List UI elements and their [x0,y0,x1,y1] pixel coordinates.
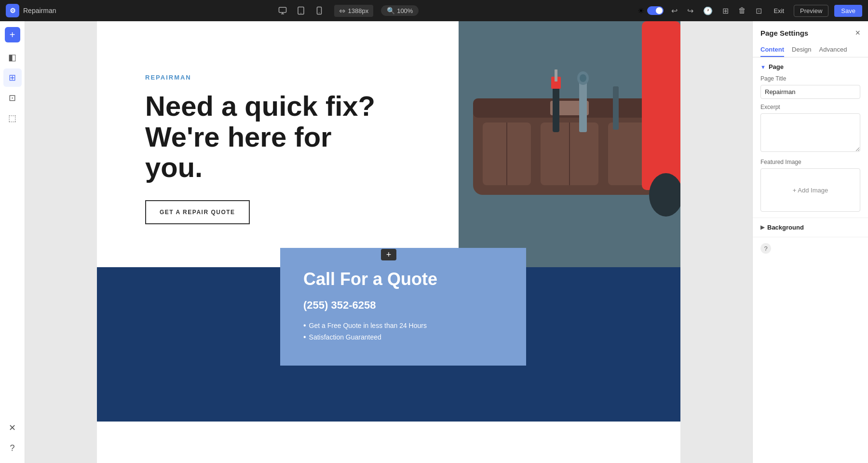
history-btn[interactable]: 🕐 [701,4,715,17]
topbar-left: ⚙ Repairman [6,4,56,17]
right-panel: Page Settings × Content Design Advanced … [752,21,868,463]
help-sidebar-btn[interactable]: ? [3,439,22,457]
toggle-wrap: ☀ [637,6,664,15]
panel-close-btn[interactable]: × [855,28,860,38]
delete-btn[interactable]: 🗑 [736,4,748,17]
featured-image-label: Featured Image [760,159,860,165]
page-canvas: REPAIRMAN Need a quick fix? We're here f… [97,21,680,463]
templates-btn[interactable]: ⬚ [3,109,22,127]
device-icons [275,4,326,17]
layers-btn[interactable]: ◧ [3,48,22,67]
main-layout: + ◧ ⊞ ⊡ ⬚ ✕ ? REPAIRMAN Need a quick fix… [0,21,868,463]
tab-design[interactable]: Design [792,43,811,57]
panel-page-section: ▼ Page Page Title Excerpt Featured Image… [753,57,868,218]
add-block-btn[interactable]: + [381,249,396,260]
topbar-right: ☀ ↩ ↪ 🕐 ⊞ 🗑 ⊡ Exit Preview Save [637,4,862,17]
quote-card: Call For a Quote (255) 352-6258 Get a Fr… [280,248,526,366]
help-icon[interactable]: ? [760,243,771,254]
hero-image-placeholder [459,21,680,267]
redo-btn[interactable]: ↪ [685,4,695,17]
width-value: 1388px [348,7,369,14]
page-title-input[interactable] [760,85,860,99]
undo-btn[interactable]: ↩ [669,4,679,17]
elements-btn[interactable]: ⊡ [3,89,22,107]
app-icon: ⚙ [6,4,19,17]
more-btn[interactable]: ⊡ [754,4,764,17]
hero-image [459,21,680,267]
topbar: ⚙ Repairman ⇔ 1388px 🔍 100% ☀ [0,0,868,21]
svg-rect-20 [579,79,587,132]
svg-rect-0 [279,7,286,13]
svg-point-6 [319,13,320,14]
svg-rect-19 [555,69,557,82]
hero-section: REPAIRMAN Need a quick fix? We're here f… [97,21,680,267]
mobile-device-btn[interactable] [312,4,326,17]
panel-tabs: Content Design Advanced [753,43,868,57]
tablet-device-btn[interactable] [294,4,308,17]
grid-btn[interactable]: ⊞ [3,68,22,87]
page-title-label: Page Title [760,75,860,82]
add-image-label: + Add Image [793,187,828,194]
tab-content[interactable]: Content [760,43,784,57]
width-badge[interactable]: ⇔ 1388px [334,5,374,17]
zoom-value: 100% [397,7,413,14]
save-btn[interactable]: Save [834,5,862,17]
app-name: Repairman [23,7,56,14]
hero-cta-button[interactable]: GET A REPAIR QUOTE [145,200,250,224]
background-label: Background [767,224,804,231]
zoom-badge[interactable]: 🔍 100% [381,5,419,16]
canvas-area: REPAIRMAN Need a quick fix? We're here f… [25,21,752,463]
responsive-btn[interactable]: ⊞ [720,4,731,17]
theme-toggle[interactable] [647,6,664,15]
chevron-down-icon: ▼ [760,64,766,70]
svg-point-4 [300,13,301,14]
left-sidebar: + ◧ ⊞ ⊡ ⬚ ✕ ? [0,21,25,463]
topbar-center: ⇔ 1388px 🔍 100% [62,4,632,17]
quote-bullet-1: Get a Free Quote in less than 24 Hours [303,321,503,330]
preview-btn[interactable]: Preview [794,5,828,17]
exit-btn[interactable]: Exit [770,5,788,16]
background-section-header[interactable]: ▶ Background [753,218,868,237]
quote-bullet-2: Satisfaction Guaranteed [303,333,503,341]
settings-sidebar-btn[interactable]: ✕ [3,419,22,437]
chevron-right-icon: ▶ [760,224,764,231]
hero-label: REPAIRMAN [145,74,430,81]
panel-header: Page Settings × [753,21,868,38]
tab-advanced[interactable]: Advanced [819,43,847,57]
excerpt-label: Excerpt [760,104,860,110]
page-section-label: Page [769,63,784,70]
page-section-header[interactable]: ▼ Page [760,63,860,70]
svg-rect-17 [553,84,559,132]
add-block-sidebar-btn[interactable]: + [5,27,20,42]
svg-rect-24 [642,21,680,190]
excerpt-textarea[interactable] [760,113,860,152]
quote-list: Get a Free Quote in less than 24 Hours S… [303,321,503,341]
quote-section: Call For a Quote (255) 352-6258 Get a Fr… [97,267,680,422]
quote-card-title: Call For a Quote [303,269,503,289]
panel-title: Page Settings [760,29,808,37]
desktop-device-btn[interactable] [275,4,290,17]
hero-content: REPAIRMAN Need a quick fix? We're here f… [97,21,459,267]
featured-image-area[interactable]: + Add Image [760,168,860,212]
quote-phone: (255) 352-6258 [303,299,503,312]
hero-title: Need a quick fix? We're here for you. [145,91,377,183]
svg-rect-23 [613,86,619,130]
svg-point-22 [580,74,586,82]
